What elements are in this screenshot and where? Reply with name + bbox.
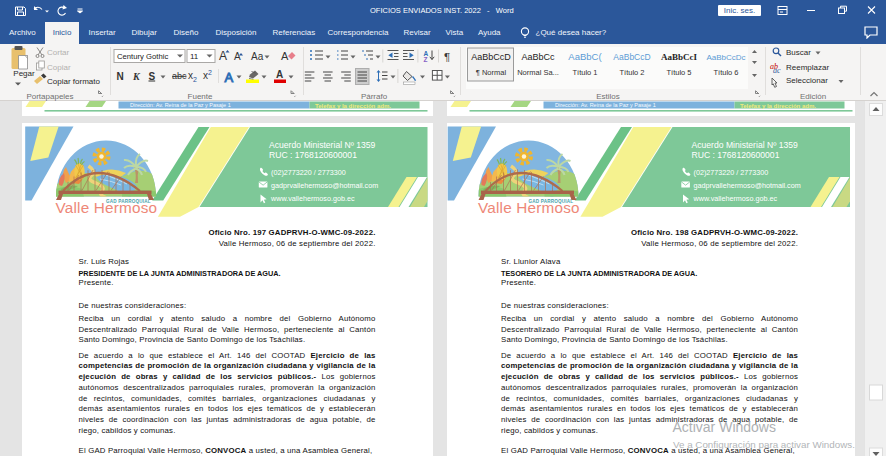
svg-text:A: A (219, 49, 227, 63)
svg-text:N: N (117, 71, 124, 82)
svg-text:Z: Z (424, 56, 428, 63)
svg-text:2: 2 (193, 76, 197, 83)
svg-text:abc: abc (172, 71, 187, 81)
svg-text:2: 2 (208, 69, 212, 76)
svg-text:A: A (281, 50, 289, 62)
svg-text:A: A (225, 70, 234, 85)
svg-text:Aa: Aa (251, 51, 264, 62)
svg-text:S: S (149, 71, 156, 82)
svg-text:A: A (276, 69, 283, 80)
svg-text:ac: ac (773, 66, 781, 75)
svg-text:K: K (132, 71, 141, 82)
svg-text:A: A (234, 51, 241, 62)
svg-text:¶: ¶ (444, 51, 450, 63)
